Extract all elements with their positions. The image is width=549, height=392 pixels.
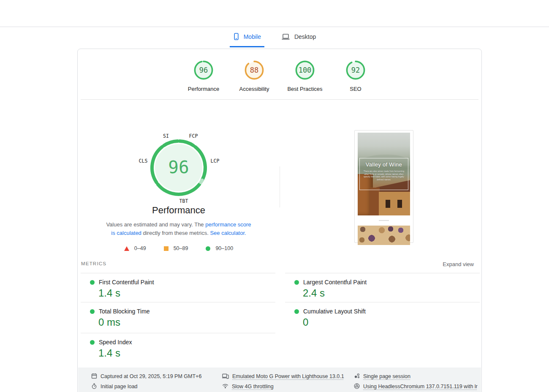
screenshot-page-caption: There are also wines made from fermentin… bbox=[362, 170, 405, 181]
captured-at-text: Captured at Oct 29, 2025, 5:19 PM GMT+6 bbox=[101, 373, 201, 379]
best-practices-score-gauge: 100 bbox=[294, 60, 315, 81]
legend-pass-range: 90–100 bbox=[206, 245, 233, 251]
average-square-icon bbox=[164, 246, 169, 251]
page-load-type-info: Initial page load bbox=[91, 383, 222, 390]
category-scores-row: 96 Performance 88 Accessibility 100 bbox=[81, 49, 478, 100]
gauge-label-si[interactable]: SI bbox=[163, 133, 169, 139]
best-practices-score-value: 100 bbox=[299, 66, 312, 74]
report-card: 96 Performance 88 Accessibility 100 bbox=[77, 49, 482, 392]
throttling-info[interactable]: Slow 4G throttling bbox=[222, 383, 354, 390]
metric-name: Total Blocking Time bbox=[99, 308, 150, 315]
performance-score-gauge: 96 bbox=[193, 60, 214, 81]
tab-desktop-label: Desktop bbox=[294, 33, 316, 40]
performance-gauge-panel: 96 SI FCP CLS LCP TBT Performance Values… bbox=[78, 100, 280, 251]
category-seo[interactable]: 92 SEO bbox=[330, 60, 381, 99]
metric-value: 0 bbox=[285, 316, 480, 328]
metric-pass-dot-icon bbox=[294, 309, 299, 314]
session-type-text: Single page session bbox=[363, 373, 410, 379]
performance-score-value: 96 bbox=[199, 66, 208, 74]
gauge-label-lcp[interactable]: LCP bbox=[211, 158, 220, 164]
disclaimer-text: Values are estimated and may vary. The bbox=[106, 221, 205, 228]
legend-label: 50–89 bbox=[174, 245, 188, 251]
desktop-laptop-icon bbox=[281, 33, 290, 40]
metric-value: 2.4 s bbox=[285, 287, 480, 299]
panel-divider bbox=[280, 166, 280, 207]
metrics-heading: METRICS bbox=[81, 261, 106, 266]
metric-first-contentful-paint: First Contentful Paint 1.4 s bbox=[81, 273, 275, 302]
metric-name: Speed Index bbox=[99, 339, 132, 346]
gauge-label-tbt[interactable]: TBT bbox=[179, 198, 188, 204]
category-label: Performance bbox=[188, 86, 219, 92]
fail-triangle-icon bbox=[124, 246, 129, 251]
metric-value: 0 ms bbox=[81, 316, 275, 328]
screenshot-corks-image bbox=[358, 226, 410, 245]
score-disclaimer: Values are estimated and may vary. The p… bbox=[103, 220, 254, 237]
pass-circle-icon bbox=[206, 246, 210, 251]
metric-largest-contentful-paint: Largest Contentful Paint 2.4 s bbox=[285, 273, 480, 302]
metric-speed-index: Speed Index 1.4 s bbox=[81, 333, 275, 364]
performance-section-title: Performance bbox=[78, 205, 280, 216]
metric-pass-dot-icon bbox=[90, 340, 95, 345]
legend-average-range: 50–89 bbox=[164, 245, 188, 251]
metrics-header-row: METRICS Expand view bbox=[81, 259, 478, 273]
gauge-label-cls[interactable]: CLS bbox=[139, 158, 148, 164]
see-calculator-link[interactable]: See calculator. bbox=[210, 230, 246, 236]
seo-score-value: 92 bbox=[351, 66, 360, 74]
accessibility-score-gauge: 88 bbox=[244, 60, 265, 81]
metric-total-blocking-time: Total Blocking Time 0 ms bbox=[81, 302, 275, 333]
gauge-label-fcp[interactable]: FCP bbox=[189, 133, 198, 139]
metric-name: First Contentful Paint bbox=[99, 279, 154, 286]
chrome-icon bbox=[354, 383, 360, 390]
metric-name: Cumulative Layout Shift bbox=[303, 308, 366, 315]
device-tabs: Mobile Desktop bbox=[0, 27, 549, 47]
screenshot-hero-overlay: Valley of Wine There are also wines made… bbox=[359, 158, 408, 190]
metric-name: Largest Contentful Paint bbox=[303, 279, 367, 286]
legend-label: 90–100 bbox=[215, 245, 233, 251]
emulated-device-text: Emulated Moto G Power with Lighthouse 13… bbox=[232, 373, 344, 379]
throttling-text: Slow 4G throttling bbox=[232, 384, 274, 389]
category-label: Accessibility bbox=[239, 86, 269, 92]
legend-fail-range: 0–49 bbox=[124, 245, 146, 251]
seo-score-gauge: 92 bbox=[345, 60, 366, 81]
devices-icon bbox=[222, 373, 229, 380]
calendar-icon bbox=[91, 373, 97, 380]
metric-value: 1.4 s bbox=[81, 347, 275, 359]
tab-mobile[interactable]: Mobile bbox=[230, 27, 264, 47]
emulated-device-info[interactable]: Emulated Moto G Power with Lighthouse 13… bbox=[222, 373, 354, 380]
screenshot-divider bbox=[358, 215, 410, 226]
page-load-type-text: Initial page load bbox=[101, 384, 138, 389]
metric-pass-dot-icon bbox=[90, 309, 95, 314]
category-accessibility[interactable]: 88 Accessibility bbox=[229, 60, 280, 99]
top-header-band bbox=[0, 0, 549, 27]
legend-label: 0–49 bbox=[134, 245, 146, 251]
performance-big-gauge: 96 SI FCP CLS LCP TBT bbox=[145, 134, 212, 201]
metrics-grid: First Contentful Paint 1.4 s Largest Con… bbox=[81, 273, 478, 364]
metric-pass-dot-icon bbox=[294, 280, 299, 285]
category-label: Best Practices bbox=[287, 86, 322, 92]
category-best-practices[interactable]: 100 Best Practices bbox=[280, 60, 330, 99]
mobile-phone-icon bbox=[233, 33, 239, 40]
accessibility-score-value: 88 bbox=[250, 66, 258, 74]
session-type-info[interactable]: Single page session bbox=[354, 373, 481, 380]
expand-view-button[interactable]: Expand view bbox=[443, 261, 474, 267]
metrics-section: METRICS Expand view First Contentful Pai… bbox=[81, 259, 478, 364]
disclaimer-text: directly from these metrics. bbox=[141, 230, 210, 236]
metric-pass-dot-icon bbox=[90, 280, 95, 285]
page-screenshot-thumbnail: Valley of Wine There are also wines made… bbox=[354, 130, 413, 243]
screenshot-page-title: Valley of Wine bbox=[360, 161, 408, 168]
capture-environment-footer: Captured at Oct 29, 2025, 5:19 PM GMT+6 … bbox=[78, 368, 481, 392]
wifi-icon bbox=[222, 383, 228, 390]
gauge-score-value: 96 bbox=[168, 157, 189, 177]
stopwatch-icon bbox=[91, 383, 97, 390]
score-range-legend: 0–49 50–89 90–100 bbox=[78, 245, 280, 251]
browser-text: Using HeadlessChromium 137.0.7151.119 wi… bbox=[363, 384, 478, 389]
metric-value: 1.4 s bbox=[81, 287, 275, 299]
tab-mobile-label: Mobile bbox=[244, 33, 261, 40]
captured-at-info: Captured at Oct 29, 2025, 5:19 PM GMT+6 bbox=[91, 373, 222, 380]
category-performance[interactable]: 96 Performance bbox=[178, 60, 229, 99]
tab-desktop[interactable]: Desktop bbox=[278, 27, 319, 47]
browser-info[interactable]: Using HeadlessChromium 137.0.7151.119 wi… bbox=[354, 383, 481, 390]
screenshot-hero-image: Valley of Wine There are also wines made… bbox=[358, 133, 410, 215]
category-label: SEO bbox=[350, 86, 361, 92]
bubble-session-icon bbox=[354, 373, 360, 380]
